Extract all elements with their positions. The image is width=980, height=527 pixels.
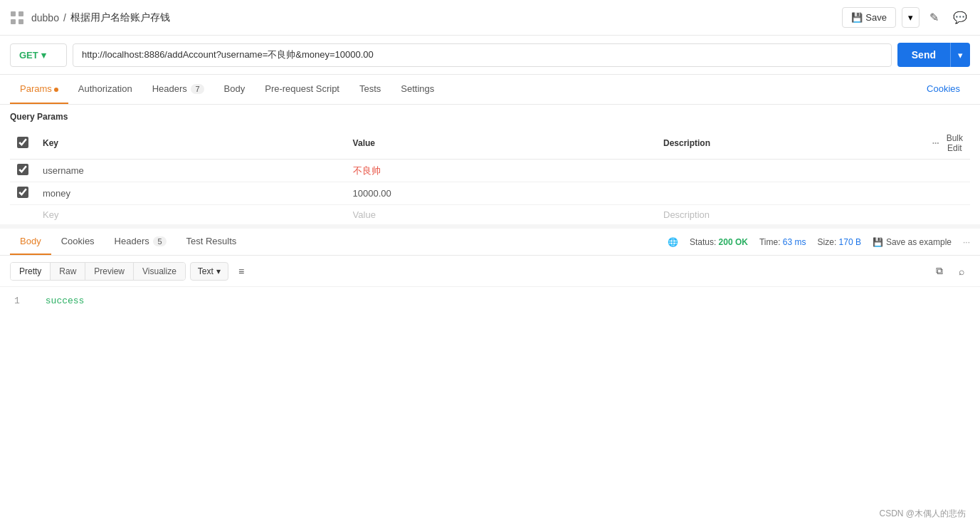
new-key-input[interactable] (43, 209, 339, 220)
save-example-label: Save as example (886, 237, 952, 247)
lang-select[interactable]: Text ▾ (190, 262, 228, 281)
bulk-edit-button[interactable]: Bulk Edit (947, 133, 963, 153)
method-chevron: ▾ (41, 50, 46, 61)
tab-prerequest[interactable]: Pre-request Script (255, 75, 349, 104)
header-actions: 💾 Save ▾ ✎ 💬 (842, 6, 971, 28)
time-label: Time: 63 ms (759, 237, 806, 247)
time-value: 63 ms (783, 237, 806, 247)
format-visualize[interactable]: Visualize (134, 263, 185, 280)
table-row (10, 182, 970, 205)
response-tab-test-results[interactable]: Test Results (176, 229, 247, 255)
new-desc-input[interactable] (663, 209, 918, 220)
status-text: Status: (690, 237, 716, 247)
format-raw[interactable]: Raw (51, 263, 85, 280)
status-label: Status: 200 OK (690, 237, 748, 247)
more-dots-icon: ··· (932, 138, 939, 148)
tab-authorization[interactable]: Authorization (68, 75, 142, 104)
svg-rect-0 (11, 11, 16, 16)
save-dropdown-button[interactable]: ▾ (902, 7, 920, 28)
time-label-text: Time: (759, 237, 781, 247)
status-code: 200 OK (719, 237, 748, 247)
query-params-section: Query Params Key Value Description ··· B… (0, 105, 980, 224)
response-headers-label: Headers (115, 236, 149, 246)
tab-cookies[interactable]: Cookies (917, 75, 970, 104)
copy-icon: ⧉ (936, 265, 943, 276)
comment-icon-button[interactable]: 💬 (949, 6, 971, 28)
bulk-edit-label: Bulk Edit (947, 133, 963, 153)
response-toolbar: Pretty Raw Preview Visualize Text ▾ ≡ ⧉ … (0, 256, 980, 287)
tab-headers[interactable]: Headers 7 (142, 75, 214, 104)
more-options-button[interactable]: ··· (963, 237, 970, 247)
app-header: dubbo / 根据用户名给账户存钱 💾 Save ▾ ✎ 💬 (0, 0, 980, 36)
filter-icon: ≡ (238, 266, 244, 277)
svg-rect-2 (11, 19, 16, 24)
response-body-label: Body (20, 236, 41, 246)
send-group: Send ▾ (897, 43, 970, 67)
search-button[interactable]: ⌕ (953, 262, 970, 281)
params-dot (54, 88, 58, 92)
svg-rect-3 (19, 19, 23, 24)
row-1-value[interactable] (353, 165, 649, 176)
response-tab-body[interactable]: Body (10, 229, 51, 255)
send-dropdown-button[interactable]: ▾ (950, 43, 970, 67)
response-tab-cookies[interactable]: Cookies (51, 229, 105, 255)
line-number: 1 (14, 296, 28, 306)
method-label: GET (19, 50, 38, 61)
params-table: Key Value Description ··· Bulk Edit (10, 127, 970, 224)
query-params-title: Query Params (10, 112, 970, 122)
tab-body[interactable]: Body (214, 75, 255, 104)
search-icon: ⌕ (959, 266, 964, 277)
size-label-text: Size: (818, 237, 837, 247)
response-headers-badge: 5 (153, 236, 166, 246)
save-example-button[interactable]: 💾 Save as example (873, 237, 952, 247)
params-table-body (10, 160, 970, 225)
tab-params[interactable]: Params (10, 75, 68, 104)
header-bulk-edit: ··· Bulk Edit (925, 127, 970, 160)
url-bar: GET ▾ Send ▾ (0, 36, 980, 75)
table-header: Key Value Description ··· Bulk Edit (10, 127, 970, 160)
select-all-checkbox[interactable] (17, 137, 28, 148)
url-input[interactable] (73, 43, 892, 67)
copy-button[interactable]: ⧉ (930, 261, 949, 281)
lang-label: Text (198, 266, 214, 276)
row-1-desc[interactable] (663, 165, 918, 176)
format-tabs: Pretty Raw Preview Visualize (10, 262, 186, 281)
header-description: Description (656, 127, 925, 160)
headers-badge: 7 (191, 84, 204, 94)
save-label: Save (865, 12, 887, 23)
save-icon: 💾 (851, 12, 863, 23)
request-tabs: Params Authorization Headers 7 Body Pre-… (0, 75, 980, 105)
row-1-checkbox[interactable] (17, 164, 28, 175)
send-button[interactable]: Send (897, 43, 950, 67)
globe-icon: 🌐 (668, 237, 678, 247)
save-button[interactable]: 💾 Save (842, 7, 896, 28)
format-pretty[interactable]: Pretty (11, 263, 51, 280)
app-icon (9, 9, 26, 26)
tab-tests[interactable]: Tests (349, 75, 391, 104)
row-2-checkbox[interactable] (17, 187, 28, 198)
method-select[interactable]: GET ▾ (10, 43, 67, 67)
save-example-icon: 💾 (873, 237, 883, 247)
response-body: 1 success (0, 287, 980, 315)
new-value-input[interactable] (353, 209, 649, 220)
size-value: 170 B (839, 237, 861, 247)
filter-button[interactable]: ≡ (233, 262, 250, 281)
table-row (10, 160, 970, 182)
svg-rect-1 (19, 11, 23, 16)
format-preview[interactable]: Preview (85, 263, 134, 280)
app-name: dubbo (31, 12, 59, 24)
page-title: 根据用户名给账户存钱 (70, 11, 170, 24)
header-key: Key (36, 127, 346, 160)
response-tab-headers[interactable]: Headers 5 (105, 229, 176, 255)
edit-icon-button[interactable]: ✎ (925, 6, 943, 28)
header-check (10, 127, 36, 160)
size-label: Size: 170 B (818, 237, 861, 247)
row-2-value[interactable] (353, 188, 649, 199)
row-1-key[interactable] (43, 165, 339, 176)
tab-settings[interactable]: Settings (391, 75, 444, 104)
row-2-key[interactable] (43, 188, 339, 199)
params-label: Params (20, 83, 52, 94)
table-row-new (10, 205, 970, 225)
response-tabs: Body Cookies Headers 5 Test Results 🌐 St… (0, 229, 980, 256)
row-2-desc[interactable] (663, 188, 918, 199)
